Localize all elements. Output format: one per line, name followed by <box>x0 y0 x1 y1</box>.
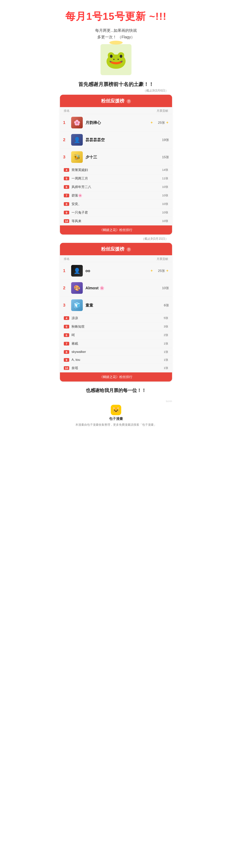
rank-tickets: 25张 <box>153 120 165 125</box>
rank-number: 7 <box>64 194 69 197</box>
logo-icon: 🐱 <box>111 405 121 415</box>
rank-number: 6 <box>64 333 69 337</box>
rank-tickets: 10张 <box>162 185 168 189</box>
rank-number: 9 <box>64 211 69 214</box>
footer-logo: 🐱 包子漫畫 <box>58 405 174 421</box>
watermark: bzmh <box>166 400 172 403</box>
rank-name: 一只兔子君 <box>72 210 162 215</box>
rank-number: 7 <box>64 342 69 345</box>
table-row: 5 一周两三月 11张 <box>60 174 172 183</box>
rank-number: 8 <box>64 350 69 354</box>
rank-tickets: 25张 <box>153 269 165 273</box>
rank-number: 1 <box>63 268 69 273</box>
watermark-area: bzmh <box>58 399 174 403</box>
date2: （截止到3月15日） <box>58 237 174 241</box>
rank-name: A, tou <box>72 358 164 362</box>
bottom-thanks: 也感谢给我月票的每一位！！ <box>58 387 174 394</box>
avatar: 👤 <box>71 265 83 277</box>
rank-tickets: 11张 <box>162 177 168 180</box>
fan-card-2: 粉丝应援榜 ? 排名 月票贡献 1 👤 oo ✦ 25张 ✦ 2 🎨 Almos… <box>60 243 172 381</box>
logo-label: 包子漫畫 <box>109 416 123 421</box>
rank-tickets: 10张 <box>157 286 169 290</box>
rank-tickets: 10张 <box>162 202 168 206</box>
table-row: 3 🧊 童童 6张 <box>60 297 172 314</box>
rank-name: 安奕、 <box>72 202 162 206</box>
rank-name: skywalker <box>72 350 164 354</box>
table-row: 4 简箐英媳妇 14张 <box>60 166 172 174</box>
rank-name: 呵 <box>72 333 164 337</box>
rank-number: 3 <box>63 303 69 308</box>
rank-number: 4 <box>64 316 69 320</box>
rank-name: 蒋眠 <box>72 341 164 346</box>
table-row: 6 风师年芳二八 10张 <box>60 183 172 191</box>
footer-description: 本漫畫由包子漫畫收集整理，更多免費漫畫請搜索「包子漫畫」 <box>58 423 174 431</box>
rank-name: 月韵禅心 <box>85 120 149 125</box>
card1-footer: 《蜩嬉之花》粉丝排行 <box>60 225 172 235</box>
rank-name: oo <box>85 269 149 273</box>
table-header-2: 排名 月票贡献 <box>60 255 172 262</box>
rank-tickets: 1张 <box>164 342 168 345</box>
rank-tickets: 19张 <box>157 138 169 142</box>
table-row: 7 碧落🌸 10张 <box>60 191 172 200</box>
rank-number: 9 <box>64 358 69 362</box>
date1: （截止到3月6日） <box>58 89 174 93</box>
table-row: 2 👤 昙昙昙昙空 19张 <box>60 131 172 149</box>
rank-name: 奈瑶 <box>72 366 164 370</box>
table-row: 6 呵 2张 <box>60 331 172 340</box>
help-icon[interactable]: ? <box>127 247 131 252</box>
avatar: 👤 <box>71 134 83 146</box>
table-row: 7 蒋眠 1张 <box>60 340 172 348</box>
rank-tickets: 15张 <box>157 155 169 159</box>
table-row: 1 👤 oo ✦ 25张 ✦ <box>60 262 172 279</box>
rank-number: 4 <box>64 168 69 172</box>
rank-tickets: 10张 <box>162 219 168 223</box>
rank-tickets: 1张 <box>164 358 168 362</box>
rank-number: 3 <box>63 155 69 160</box>
avatar: 🎨 <box>71 282 83 294</box>
rank-tickets: 10张 <box>162 194 168 197</box>
sparkle-icon: ✦ <box>150 269 153 273</box>
main-title: 每月1号15号更新 ~!!! <box>58 4 174 25</box>
rank-tickets: 14张 <box>162 168 168 172</box>
rank-name: 等风来 <box>72 219 162 223</box>
table-row: 1 🌸 月韵禅心 ✦ 25张 ✦ <box>60 114 172 131</box>
avatar: 🌸 <box>71 117 83 128</box>
avatar: 🐝 <box>71 151 83 163</box>
rank-number: 6 <box>64 185 69 189</box>
table-row: 8 安奕、 10张 <box>60 200 172 208</box>
avatar: 🧊 <box>71 300 83 311</box>
table-row: 10 奈瑶 1张 <box>60 364 172 372</box>
sparkle-icon: ✦ <box>150 120 153 125</box>
rank-name: 一周两三月 <box>72 176 162 181</box>
rank-name: 夕十三 <box>85 155 157 160</box>
fan-card-1: 粉丝应援榜 ? 排名 月票贡献 1 🌸 月韵禅心 ✦ 25张 ✦ 2 👤 昙昙昙… <box>60 95 172 235</box>
frog-illustration: 🐸 <box>58 44 174 75</box>
subtitle: 每月两更...如果画的快就 多更一次！ （Flagy） <box>58 27 174 40</box>
thanks-header: 首先感谢月票榜前十名的土豪！！ <box>58 81 174 88</box>
table-row: 8 skywalker 1张 <box>60 348 172 356</box>
rank-tickets: 1张 <box>164 350 168 354</box>
rank-number: 5 <box>64 325 69 329</box>
table-row: 9 一只兔子君 10张 <box>60 208 172 217</box>
rank-tickets: 3张 <box>164 325 168 329</box>
rank-name: 风师年芳二八 <box>72 185 162 189</box>
rank-tickets: 2张 <box>164 333 168 337</box>
card2-footer: 《蜩嬉之花》粉丝排行 <box>60 372 172 381</box>
rank-name: Almost 🌸 <box>85 286 157 290</box>
rank-name: 碧落🌸 <box>72 193 162 198</box>
table-row: 9 A, tou 1张 <box>60 356 172 364</box>
rank-tickets: 5张 <box>164 316 168 320</box>
rank-number: 2 <box>63 137 69 142</box>
rank-number: 8 <box>64 202 69 206</box>
sparkle-icon: ✦ <box>166 120 169 125</box>
rank-number: 10 <box>64 366 69 370</box>
help-icon[interactable]: ? <box>127 99 131 103</box>
rank-name: 昙昙昙昙空 <box>85 137 157 143</box>
sparkle-icon: ✦ <box>166 269 169 273</box>
rank-tickets: 1张 <box>164 366 168 370</box>
card1-header: 粉丝应援榜 ? <box>60 95 172 107</box>
rank-tickets: 10张 <box>162 211 168 214</box>
rank-number: 1 <box>63 120 69 125</box>
rank-name: 秋蛛知世 <box>72 324 164 329</box>
table-header-1: 排名 月票贡献 <box>60 107 172 114</box>
